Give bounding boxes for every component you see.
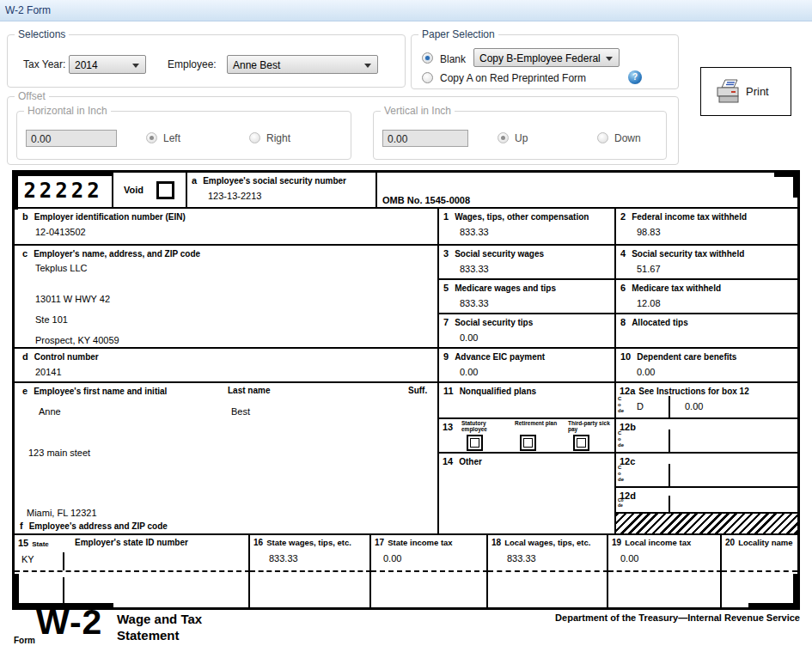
control-number-value: 20141 [35,367,62,377]
right-radio[interactable] [249,132,260,143]
state-row2-cell [608,572,722,607]
footer-department-text: Department of the Treasury—Internal Reve… [430,612,800,623]
box-9-cell: 9Advance EIC payment 0.00 [439,349,616,383]
print-button[interactable]: Print [700,67,791,116]
box-value: 98.83 [637,227,661,237]
box-number: 20 [725,538,735,547]
box-label: Social security tips [455,318,533,327]
box-label: Employer identification number (EIN) [34,212,186,222]
divider [63,577,64,603]
box-number: 12a [620,386,635,396]
left-radio[interactable] [146,132,157,143]
box-number: 8 [620,317,626,327]
footer-title-line2: Statement [117,628,202,644]
box-number: 11 [443,386,454,396]
state-value: KY [21,554,34,564]
box-12b-cell: 12b Code [616,419,797,454]
box-14-cell: 14Other [439,454,616,535]
employer-city: Prospect, KY 40059 [35,335,119,345]
down-radio-label: Down [614,132,641,144]
copy-type-value: Copy B-Employee Federal [479,52,601,64]
copy-a-radio[interactable] [422,72,433,83]
horizontal-offset-input[interactable]: 0.00 [26,130,117,147]
box-letter: a [192,175,197,186]
left-radio-label: Left [163,132,180,144]
void-label: Void [124,185,143,195]
box-number: 7 [443,317,449,327]
state-row2-cell [722,572,797,607]
vertical-offset-input[interactable]: 0.00 [382,130,468,147]
right-radio-label: Right [266,132,290,144]
void-checkbox [156,181,174,199]
divider [669,496,670,512]
box-value: 833.33 [460,227,489,237]
box-12a-code: D [637,401,644,411]
box-letter: d [22,351,28,362]
box-number: 5 [443,283,449,293]
copy-type-select[interactable]: Copy B-Employee Federal [473,48,620,67]
tax-year-select[interactable]: 2014 [69,55,146,74]
box-number: 9 [443,351,449,362]
up-radio[interactable] [498,132,509,143]
copy-a-radio-label: Copy A on Red Preprinted Form [440,72,586,84]
box-label: Medicare wages and tips [455,283,556,293]
box-label: Wages, tips, other compensation [455,212,589,222]
employer-name: Tekplus LLC [35,263,88,273]
box-label: Medicare tax withheld [632,283,721,293]
down-radio[interactable] [597,132,608,143]
box-value: 0.00 [460,332,478,343]
box-letter: c [22,248,27,259]
box-label: Employee's first name and initial [34,387,167,396]
w2-form-preview: 22222 Void aEmployee's social security n… [12,170,800,610]
box-6-cell: 6Medicare tax withheld 12.08 [616,280,797,314]
box-1-cell: 1Wages, tips, other compensation 833.33 [439,209,616,246]
chevron-down-icon [364,64,371,68]
box-number: 14 [443,456,453,466]
third-party-sick-pay-label: Third-party sick pay [568,420,616,433]
box-label: Employee's social security number [203,176,346,186]
box-letter: f [20,521,23,531]
box-17-cell: 17State income tax 0.00 [371,535,488,572]
employee-last-name: Best [231,406,250,417]
ein-value: 12-0413502 [35,227,86,237]
box-b-cell: bEmployer identification number (EIN) 12… [15,209,439,246]
box-value: 833.33 [460,264,489,274]
ssn-value: 123-13-2213 [208,191,261,201]
box-5-cell: 5Medicare wages and tips 833.33 [439,280,616,314]
help-icon[interactable] [628,70,642,84]
offset-group-label: Offset [15,90,49,102]
vertical-offset-label: Vertical in Inch [381,105,455,117]
box-number: 18 [491,538,501,547]
tax-year-value: 2014 [75,59,98,71]
suffix-label: Suff. [408,386,427,395]
box-number: 15 [18,538,28,548]
box-label: Dependent care benefits [637,352,736,362]
box-11-cell: 11Nonqualified plans [439,383,616,419]
state-label: State [32,540,49,548]
divider [669,464,670,486]
paper-selection-group-label: Paper Selection [418,28,498,40]
chevron-down-icon [132,64,139,68]
state-row2-cell [488,572,608,607]
blank-radio-label: Blank [440,53,466,65]
employee-select[interactable]: Anne Best [227,55,378,74]
up-radio-label: Up [515,132,528,144]
box-value: 51.67 [637,264,661,274]
state-row2-cell [371,572,488,607]
last-name-label: Last name [228,386,270,395]
box-label: Employee's address and ZIP code [29,521,168,531]
blank-radio[interactable] [422,52,433,64]
box-letter: e [22,386,27,396]
box-20-cell: 20Locality name [722,535,797,572]
box-number: 19 [612,538,621,547]
divider [669,396,670,417]
box-value: 0.00 [637,367,655,377]
box-8-cell: 8Allocated tips [616,314,797,349]
box-value: 12.08 [637,298,661,308]
box-letter: b [22,211,28,222]
selections-group: Selections Tax Year: 2014 Employee: Anne… [7,34,406,88]
box-10-cell: 10Dependent care benefits 0.00 [616,349,797,383]
window-title: W-2 Form [5,4,51,16]
box-15-cell: 15State Employer's state ID number KY [15,535,250,572]
box-value: 833.33 [460,298,489,308]
